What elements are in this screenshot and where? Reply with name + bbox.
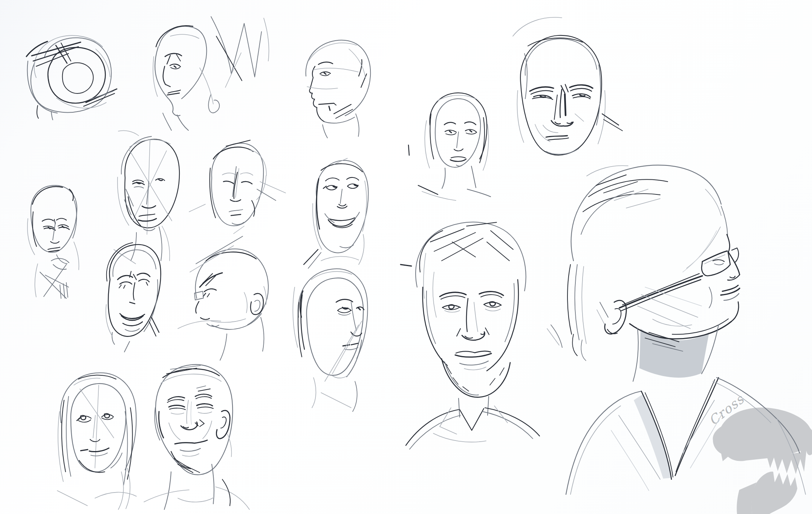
sketch-brooding-face-with-scribbles (153, 17, 269, 130)
sketch-anguished-face (106, 243, 161, 352)
sketch-scribble-head (26, 35, 117, 120)
sketches-layer (26, 17, 806, 509)
sketch-young-man-portrait (401, 222, 540, 449)
sketch-profile-head (306, 40, 371, 138)
watermark-layer (713, 407, 812, 514)
sketch-downcast-face (189, 140, 286, 226)
sketch-pensive-face-with-hand (28, 185, 79, 298)
sketch-smiling-face (304, 158, 368, 268)
sketch-longhair-smirk-face (57, 373, 136, 509)
sketch-worried-face (408, 93, 491, 200)
sketch-grumpy-face (513, 17, 622, 155)
sketch-construction-face (114, 131, 179, 264)
trex-skull-watermark (713, 407, 812, 514)
sketch-narrowed-eyes-face (144, 364, 249, 509)
sketch-calm-three-quarter-face (293, 256, 367, 412)
sketch-canvas: Cross (0, 0, 812, 514)
sketch-page: Cross (0, 0, 812, 514)
sketch-bald-head-looking-down (178, 226, 268, 360)
